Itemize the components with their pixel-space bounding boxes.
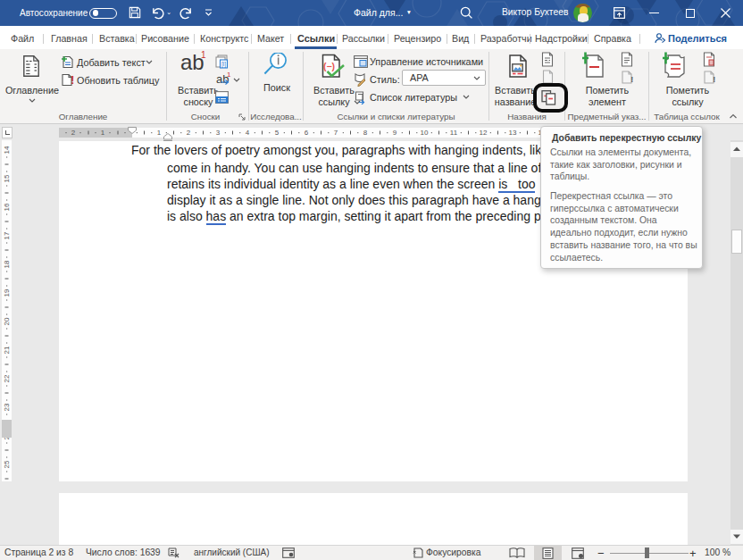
svg-text:8: 8 [363,129,368,137]
svg-text:[i]: [i] [221,61,226,68]
svg-text:14: 14 [3,146,11,154]
svg-text:25: 25 [3,460,11,468]
svg-text:!: ! [713,75,715,84]
svg-text:1: 1 [157,129,162,137]
svg-text:16: 16 [3,203,11,211]
svg-text:6: 6 [305,129,309,137]
svg-text:12: 12 [480,129,488,137]
svg-text:18: 18 [3,260,11,268]
svg-text:13: 13 [509,129,517,137]
svg-text:15: 15 [3,174,11,182]
svg-text:7: 7 [334,129,338,137]
svg-text:4: 4 [246,129,250,137]
svg-text:!: ! [630,75,633,84]
svg-text:23: 23 [3,403,11,411]
svg-text:11: 11 [450,129,458,137]
svg-text:21: 21 [3,346,11,354]
svg-text:17: 17 [3,231,11,239]
svg-text:10: 10 [421,129,429,137]
svg-text:2: 2 [71,129,76,137]
svg-text:9: 9 [393,129,397,137]
svg-text:19: 19 [3,288,11,297]
svg-text:2: 2 [187,129,191,137]
svg-text:(−): (−) [323,61,335,71]
svg-text:5: 5 [275,129,280,137]
svg-text:3: 3 [216,129,221,137]
svg-text:1: 1 [101,129,105,137]
svg-text:22: 22 [3,374,11,382]
svg-text:20: 20 [3,317,11,325]
